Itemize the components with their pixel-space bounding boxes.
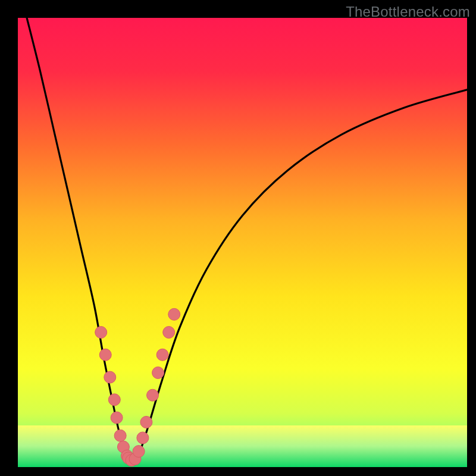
chart-container: TheBottleneck.com <box>0 0 476 476</box>
data-marker <box>168 308 180 320</box>
data-marker <box>99 349 111 361</box>
data-marker <box>152 367 164 378</box>
data-marker <box>147 389 159 401</box>
data-marker <box>108 394 120 406</box>
data-marker <box>133 446 145 458</box>
curve-layer <box>18 18 467 467</box>
watermark-text: TheBottleneck.com <box>346 4 470 20</box>
data-marker <box>104 371 116 383</box>
data-marker <box>114 430 126 441</box>
data-marker <box>111 412 123 424</box>
data-marker <box>140 416 152 428</box>
data-marker <box>137 432 149 444</box>
bottleneck-curve <box>27 18 467 465</box>
data-marker <box>156 349 168 361</box>
data-marker <box>95 327 107 339</box>
data-marker <box>163 327 175 339</box>
plot-area <box>18 18 467 467</box>
marker-group <box>95 308 180 466</box>
